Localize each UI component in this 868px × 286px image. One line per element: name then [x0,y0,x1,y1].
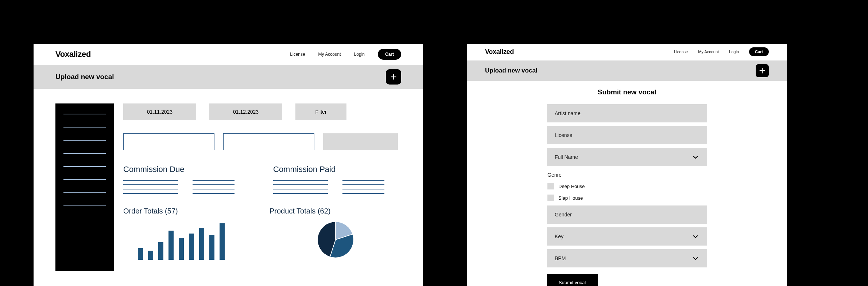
cart-button[interactable]: Cart [749,47,769,56]
form-body: Submit new vocal Artist name License Ful… [467,81,787,286]
skeleton-line [193,180,235,181]
date-from-input[interactable]: 01.11.2023 [123,103,196,120]
field-label: Gender [555,212,572,218]
submit-vocal-button[interactable]: Submit vocal [547,274,598,286]
field-label: Key [555,234,563,239]
skeleton-line [123,184,178,185]
checkbox-icon [547,183,554,189]
nav: License My Account Login Cart [290,49,401,60]
field-label: License [555,132,572,138]
bar [179,238,184,260]
license-input[interactable]: License [547,126,707,144]
skeleton-group [273,180,401,194]
upload-bar: Upload new vocal [467,60,787,81]
add-vocal-button[interactable] [386,69,401,85]
skeleton-line [193,189,235,189]
filter-row: 01.11.2023 01.12.2023 Filter [123,103,401,120]
skeleton-line [273,180,328,181]
upload-title: Upload new vocal [55,73,114,81]
sidebar-item[interactable] [63,179,106,180]
skeleton-line [273,189,328,189]
skeleton-group [123,180,251,194]
bar [199,228,204,260]
sidebar [55,103,114,271]
chevron-down-icon [692,153,699,161]
dashboard-body: 01.11.2023 01.12.2023 Filter Commission … [34,89,423,271]
nav-account[interactable]: My Account [318,52,341,57]
artist-name-input[interactable]: Artist name [547,104,707,122]
chevron-down-icon [692,255,699,262]
fullname-select[interactable]: Full Name [547,148,707,166]
bar [148,251,153,260]
cart-button[interactable]: Cart [378,49,401,60]
skeleton-line [273,184,328,185]
sidebar-item[interactable] [63,192,106,193]
charts-row: Order Totals (57) Product Totals (62) [123,207,401,260]
brand-logo[interactable]: Voxalized [485,48,514,56]
field-label: BPM [555,255,566,261]
skeleton-line [342,180,384,181]
nav-login[interactable]: Login [354,52,365,57]
submit-screen: Voxalized License My Account Login Cart … [467,44,787,286]
nav-license[interactable]: License [674,50,688,54]
header: Voxalized License My Account Login Cart [34,44,423,63]
gender-input[interactable]: Gender [547,205,707,224]
skeleton-line [123,180,178,181]
nav-license[interactable]: License [290,52,305,57]
sidebar-item[interactable] [63,127,106,128]
stat-box[interactable] [223,133,314,150]
upload-title: Upload new vocal [485,67,538,74]
bar [168,231,174,260]
sidebar-item[interactable] [63,166,106,167]
bar [209,235,214,260]
skeleton-line [273,193,328,194]
checkbox-label: Slap House [558,195,583,201]
stat-box-grey[interactable] [323,133,398,150]
brand-logo[interactable]: Voxalized [55,50,91,59]
upload-bar: Upload new vocal [34,65,423,89]
plus-icon [390,73,398,81]
skeleton-line [193,193,235,194]
key-select[interactable]: Key [547,227,707,246]
add-vocal-button[interactable] [756,64,769,77]
skeleton-line [342,193,384,194]
date-to-input[interactable]: 01.12.2023 [209,103,282,120]
order-totals-chart: Order Totals (57) [123,207,255,260]
bar [138,248,143,260]
form-stack: Artist name License Full Name Genre Deep… [547,104,707,286]
sidebar-item[interactable] [63,153,106,154]
skeleton-line [123,189,178,189]
pie-chart [270,220,401,260]
nav-login[interactable]: Login [729,50,739,54]
dashboard-main: 01.11.2023 01.12.2023 Filter Commission … [123,103,401,271]
bar [220,223,225,260]
pie-chart-svg [305,220,367,260]
commission-due-col: Commission Due [123,165,251,194]
field-label: Artist name [555,110,581,116]
sidebar-item[interactable] [63,205,106,206]
bar [189,234,194,260]
nav: License My Account Login Cart [674,47,769,56]
form-title: Submit new vocal [489,88,765,96]
sidebar-item[interactable] [63,140,106,141]
commission-due-title: Commission Due [123,165,251,174]
product-totals-title: Product Totals (62) [270,207,401,215]
skeleton-line [193,184,235,185]
genre-checkbox-slap-house[interactable]: Slap House [547,194,707,202]
nav-account[interactable]: My Account [698,50,719,54]
checkbox-label: Deep House [558,184,585,189]
commission-row: Commission Due [123,165,401,194]
product-totals-chart: Product Totals (62) [270,207,401,260]
stats-row [123,133,401,150]
chevron-down-icon [692,233,699,240]
filter-button[interactable]: Filter [295,103,346,120]
header: Voxalized License My Account Login Cart [467,44,787,58]
sidebar-item[interactable] [63,114,106,114]
genre-checkbox-deep-house[interactable]: Deep House [547,182,707,190]
genre-label: Genre [547,170,707,179]
order-totals-title: Order Totals (57) [123,207,255,215]
commission-paid-col: Commission Paid [273,165,401,194]
stat-box[interactable] [123,133,214,150]
bpm-select[interactable]: BPM [547,249,707,267]
bar-chart [123,220,255,260]
